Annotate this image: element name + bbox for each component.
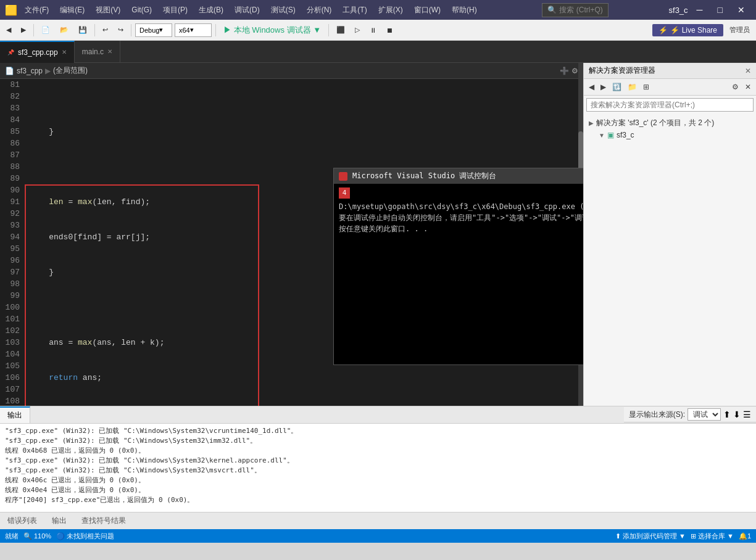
- sidebar-header: 解决方案资源管理器 ✕: [584, 63, 756, 79]
- status-ready[interactable]: 就绪: [5, 532, 19, 541]
- search-placeholder: 搜索 (Ctrl+Q): [559, 5, 602, 15]
- save-btn[interactable]: 💾: [75, 24, 91, 36]
- sidebar-search[interactable]: [586, 98, 754, 112]
- tab-main-close[interactable]: ✕: [107, 48, 112, 55]
- output-tabs-bottom: 错误列表 输出 查找符号结果: [0, 512, 756, 529]
- breadcrumb-sep: ▶: [45, 67, 51, 75]
- notification-icon: 🔔1: [739, 532, 751, 540]
- sidebar-btn-4[interactable]: ⊞: [641, 81, 652, 93]
- sidebar-close-icon[interactable]: ✕: [745, 67, 751, 75]
- bottom-tab-output[interactable]: 输出: [44, 513, 74, 529]
- zoom-level: 110%: [34, 532, 51, 540]
- menu-help[interactable]: 帮助(H): [447, 2, 482, 18]
- main-area: 📄 sf3_cpp ▶ (全局范围) ➕ ⚙ 8182838485 868788…: [0, 63, 756, 406]
- menu-edit[interactable]: 编辑(E): [55, 2, 89, 18]
- bottom-tab-find-symbols[interactable]: 查找符号结果: [74, 513, 133, 529]
- output-toolbar: 显示输出来源(S): 调试 ⬆ ⬇ ☰: [624, 407, 756, 422]
- debug-console-titlebar: Microsoft Visual Studio 调试控制台: [334, 168, 583, 184]
- toolbar: ◀ ▶ 📄 📂 💾 ↩ ↪ Debug ▾ x64 ▾ ▶ 本地 Windows…: [0, 20, 756, 41]
- output-down-btn[interactable]: ⬇: [733, 410, 741, 419]
- redo-btn[interactable]: ↪: [114, 24, 127, 36]
- output-line-3: 线程 0x4b68 已退出，返回值为 0 (0x0)。: [5, 446, 751, 456]
- bottom-tab-errors[interactable]: 错误列表: [0, 513, 44, 529]
- tree-project-expand-icon: ▼: [599, 132, 605, 139]
- output-source-select[interactable]: 调试: [687, 408, 721, 421]
- output-panel: 输出 显示输出来源(S): 调试 ⬆ ⬇ ☰ "sf3_cpp.exe" (Wi…: [0, 406, 756, 529]
- toolbar-btn-extra2[interactable]: ▷: [351, 24, 363, 36]
- title-bar-center: 🔍 搜索 (Ctrl+Q): [542, 3, 608, 17]
- sidebar-btn-1[interactable]: ◀: [586, 81, 597, 93]
- new-file-btn[interactable]: 📄: [38, 24, 54, 36]
- console-line-3: 按任意键关闭此窗口. . .: [339, 223, 583, 234]
- solution-tree: ▶ 解决方案 'sf3_c' (2 个项目，共 2 个) ▼ ▣ sf3_c: [584, 114, 756, 143]
- menu-git[interactable]: Git(G): [127, 3, 157, 17]
- menu-analyze[interactable]: 分析(N): [302, 2, 337, 18]
- right-sidebar: 解决方案资源管理器 ✕ ◀ ▶ 🔃 📁 ⊞ ⚙ ✕ ▶ 解决方案 'sf3_c'…: [583, 63, 756, 406]
- status-notifications[interactable]: 🔔1: [739, 532, 751, 540]
- debug-config-dropdown[interactable]: Debug ▾: [135, 23, 172, 37]
- sidebar-controls: ✕: [745, 67, 751, 75]
- status-right: ⬆ 添加到源代码管理 ▼ ⊞ 选择合库 ▼ 🔔1: [615, 532, 751, 541]
- menu-project[interactable]: 项目(P): [158, 2, 193, 18]
- code-line-81: }: [30, 126, 578, 138]
- menu-window[interactable]: 窗口(W): [409, 2, 446, 18]
- menu-build[interactable]: 生成(B): [194, 2, 228, 18]
- sidebar-btn-2[interactable]: ▶: [598, 81, 609, 93]
- toolbar-btn-extra1[interactable]: ⬛: [333, 24, 349, 36]
- settings-icon[interactable]: ⚙: [571, 67, 578, 75]
- open-btn[interactable]: 📂: [56, 24, 72, 36]
- tab-sf3-cpp[interactable]: 📌 sf3_cpp.cpp ✕: [0, 41, 75, 63]
- undo-btn[interactable]: ↩: [99, 24, 112, 36]
- live-share-label: ⚡ Live Share: [670, 26, 717, 35]
- search-box[interactable]: 🔍 搜索 (Ctrl+Q): [542, 3, 608, 17]
- sidebar-close-panel[interactable]: ✕: [742, 81, 754, 93]
- tree-project[interactable]: ▼ ▣ sf3_c: [586, 130, 754, 141]
- output-line-6: 线程 0x406c 已退出，返回值为 0 (0x0)。: [5, 476, 751, 485]
- menu-view[interactable]: 视图(V): [91, 2, 125, 18]
- run-button[interactable]: ▶ 本地 Windows 调试器 ▼: [220, 23, 325, 38]
- output-line-7: 线程 0x40e4 已退出，返回值为 0 (0x0)。: [5, 485, 751, 495]
- sep5: [328, 24, 329, 36]
- toolbar-btn-extra4[interactable]: ⏹: [383, 25, 397, 36]
- sidebar-btn-3[interactable]: 📁: [625, 81, 639, 93]
- back-btn[interactable]: ◀: [2, 24, 15, 36]
- tab-sf3-close[interactable]: ✕: [62, 49, 67, 56]
- app-title: sf3_c: [669, 6, 688, 15]
- manage-btn[interactable]: 管理员: [726, 23, 754, 36]
- minimize-button[interactable]: ─: [691, 2, 709, 17]
- menu-extensions[interactable]: 扩展(X): [373, 2, 408, 18]
- breadcrumb-project[interactable]: sf3_cpp: [17, 67, 43, 75]
- source-control-label: ⬆ 添加到源代码管理 ▼: [615, 532, 686, 541]
- status-zoom[interactable]: 🔍 110%: [23, 532, 51, 540]
- output-tab-output[interactable]: 输出: [0, 406, 30, 423]
- sidebar-btn-gear[interactable]: ⚙: [729, 81, 741, 93]
- status-source-control[interactable]: ⬆ 添加到源代码管理 ▼: [615, 532, 686, 541]
- menu-file[interactable]: 文件(F): [20, 2, 54, 18]
- breadcrumb-scope[interactable]: (全局范围): [53, 65, 88, 76]
- output-up-btn[interactable]: ⬆: [723, 410, 731, 419]
- output-clear-btn[interactable]: ☰: [743, 410, 751, 419]
- menu-debug[interactable]: 调试(D): [230, 2, 265, 18]
- close-button[interactable]: ✕: [731, 2, 751, 17]
- tab-main-c[interactable]: main.c ✕: [75, 41, 120, 63]
- output-tabs: 输出 显示输出来源(S): 调试 ⬆ ⬇ ☰: [0, 406, 756, 424]
- add-icon[interactable]: ➕: [560, 67, 569, 75]
- status-errors[interactable]: 🔵 未找到相关问题: [56, 532, 114, 541]
- status-select-repo[interactable]: ⊞ 选择合库 ▼: [691, 532, 734, 541]
- sidebar-btn-sync[interactable]: 🔃: [610, 81, 624, 93]
- arch-dropdown[interactable]: x64 ▾: [175, 23, 212, 37]
- tab-pin-icon: 📌: [7, 49, 14, 56]
- output-source-label: 显示输出来源(S):: [629, 410, 685, 420]
- sep3: [131, 24, 131, 36]
- debug-console-content[interactable]: 4 D:\mysetup\gopath\src\dsy\sf3_c\x64\De…: [334, 184, 583, 364]
- toolbar-btn-extra3[interactable]: ⏸: [366, 25, 380, 36]
- tree-project-icon: ▣: [607, 131, 614, 139]
- restore-button[interactable]: □: [712, 2, 729, 17]
- live-share-button[interactable]: ⚡ ⚡ Live Share: [652, 24, 723, 36]
- menu-test[interactable]: 测试(S): [266, 2, 301, 18]
- forward-btn[interactable]: ▶: [17, 24, 30, 36]
- tree-solution[interactable]: ▶ 解决方案 'sf3_c' (2 个项目，共 2 个): [586, 117, 754, 130]
- console-title: Microsoft Visual Studio 调试控制台: [352, 171, 496, 181]
- menu-tools[interactable]: 工具(T): [338, 2, 372, 18]
- tree-solution-label: 解决方案 'sf3_c' (2 个项目，共 2 个): [596, 118, 714, 128]
